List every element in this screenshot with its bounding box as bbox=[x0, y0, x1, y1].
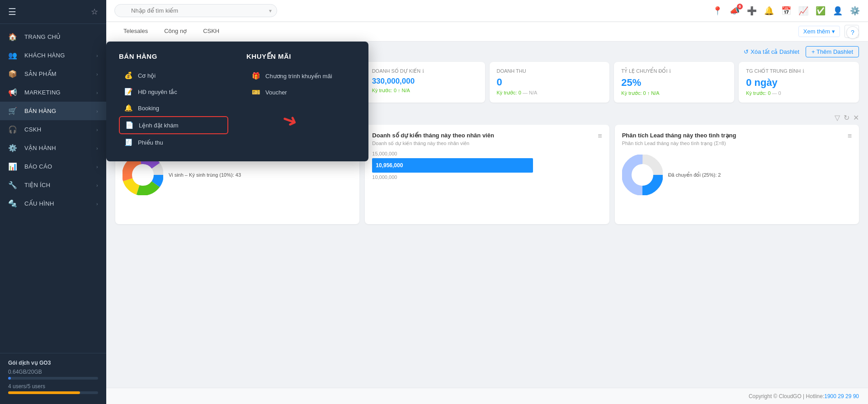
chart3-title: Phân tích Lead tháng này theo tình trạng bbox=[622, 132, 736, 139]
tab-telesales[interactable]: Telesales bbox=[115, 22, 156, 41]
chevron-down-icon: ▾ bbox=[832, 28, 835, 35]
refresh-dashlet-icon[interactable]: ↻ bbox=[844, 113, 849, 122]
dropdown-item-co-hoi[interactable]: 💰 Cơ hội bbox=[119, 67, 228, 84]
package-label: Gói dịch vụ GO3 bbox=[8, 360, 98, 366]
sidebar-label-marketing: MARKETING bbox=[24, 89, 61, 96]
sidebar-label-trang-chu: TRANG CHỦ bbox=[24, 33, 61, 40]
document-icon: 📄 bbox=[124, 121, 134, 129]
help-button[interactable]: ? bbox=[846, 26, 859, 39]
sidebar-item-van-hanh[interactable]: ⚙️ VẬN HÀNH › bbox=[0, 139, 106, 157]
stat-tg-chot-trung-binh: TG CHỐT TRUNG BÌNH ℹ 0 ngày Kỳ trước: 0 … bbox=[739, 62, 859, 103]
phieu-thu-label: Phiếu thu bbox=[138, 139, 163, 146]
dropdown-item-voucher[interactable]: 🎫 Voucher bbox=[246, 84, 356, 100]
sidebar-item-tien-ich[interactable]: 🔧 TIỆN ÍCH › bbox=[0, 176, 106, 194]
report-icon: 📊 bbox=[8, 162, 21, 171]
xoa-dashlet-button[interactable]: ↺ Xóa tất cả Dashlet bbox=[744, 46, 799, 57]
xem-them-label: Xem thêm bbox=[803, 28, 830, 35]
booking-icon: 🔔 bbox=[123, 104, 133, 112]
sidebar-label-cskh: CSKH bbox=[24, 126, 41, 133]
contract-icon: 📝 bbox=[123, 88, 133, 96]
sales-icon: 🛒 bbox=[8, 107, 21, 115]
support-icon: 🎧 bbox=[8, 125, 21, 134]
stat-doanh-thu-label: DOANH THU bbox=[497, 68, 603, 74]
footer: Copyright © CloudGO | Hotline: 1900 29 2… bbox=[106, 388, 868, 404]
dropdown-item-lenh-dat-kham[interactable]: 📄 Lệnh đặt khám bbox=[119, 116, 228, 134]
sidebar-item-san-pham[interactable]: 📦 SẢN PHẨM › bbox=[0, 65, 106, 83]
chevron-right-icon: › bbox=[96, 53, 98, 58]
sidebar-label-bao-cao: BÁO CÁO bbox=[24, 163, 52, 170]
chuong-trinh-khuyen-mai-label: Chương trình khuyến mãi bbox=[265, 73, 332, 80]
stat-doanh-so-du-kien-value: 330,000,000 bbox=[372, 77, 478, 86]
stat-ty-le-chuyen-doi-value: 25% bbox=[621, 77, 727, 89]
sidebar-item-trang-chu[interactable]: 🏠 TRANG CHỦ bbox=[0, 28, 106, 46]
notification-badge: 6 bbox=[737, 4, 743, 10]
chart1-legend: Vi sinh – Ký sinh trùng (10%): 43 bbox=[169, 172, 241, 178]
dropdown-arrow-icon: ▾ bbox=[269, 8, 272, 14]
chart3-subtitle: Phân tích Lead tháng này theo tình trạng… bbox=[622, 141, 736, 146]
chart-icon[interactable]: 📈 bbox=[798, 6, 808, 16]
sidebar-item-marketing[interactable]: 📢 MARKETING › bbox=[0, 83, 106, 102]
stat-tg-chot-trung-binh-prev: Kỳ trước: 0 — 0 bbox=[746, 90, 852, 96]
checkbox-icon[interactable]: ✅ bbox=[816, 6, 826, 16]
stat-tg-chot-trung-binh-label: TG CHỐT TRUNG BÌNH ℹ bbox=[746, 68, 852, 74]
chevron-right-icon: › bbox=[96, 127, 98, 132]
stat-doanh-so-du-kien-prev: Kỳ trước: 0 ↑ N/A bbox=[372, 88, 478, 94]
hd-nguyen-tac-label: HĐ nguyên tắc bbox=[138, 89, 177, 95]
gear-icon[interactable]: ⚙️ bbox=[850, 6, 860, 16]
khuyen-mai-col: KHUYẾN MÃI 🎁 Chương trình khuyến mãi 🎫 V… bbox=[246, 52, 356, 150]
hotline-link[interactable]: 1900 29 29 90 bbox=[824, 393, 859, 399]
sidebar-item-ban-hang[interactable]: 🛒 BÁN HÀNG › bbox=[0, 102, 106, 120]
sidebar-item-bao-cao[interactable]: 📊 BÁO CÁO › bbox=[0, 157, 106, 176]
close-dashlet-icon[interactable]: ✕ bbox=[853, 113, 859, 122]
hamburger-icon[interactable]: ☰ bbox=[8, 6, 16, 17]
chart3-legend: Đã chuyển đổi (25%): 2 bbox=[668, 172, 721, 178]
sidebar-label-van-hanh: VẬN HÀNH bbox=[24, 145, 56, 151]
chevron-right-icon: › bbox=[96, 146, 98, 151]
star-icon[interactable]: ☆ bbox=[91, 7, 98, 17]
dropdown-cols: BÁN HÀNG 💰 Cơ hội 📝 HĐ nguyên tắc 🔔 Book… bbox=[119, 52, 356, 150]
ban-hang-col-title: BÁN HÀNG bbox=[119, 52, 228, 60]
dropdown-item-chuong-trinh-khuyen-mai[interactable]: 🎁 Chương trình khuyến mãi bbox=[246, 68, 356, 84]
utility-icon: 🔧 bbox=[8, 181, 21, 189]
chart2-y-axis-top: 15,000,000 bbox=[372, 151, 602, 156]
user-icon[interactable]: 👤 bbox=[833, 6, 843, 16]
search-input[interactable] bbox=[114, 4, 277, 17]
stat-doanh-thu-prev: Kỳ trước: 0 — N/A bbox=[497, 90, 603, 96]
stat-ty-le-chuyen-doi-prev: Kỳ trước: 0 ↑ N/A bbox=[621, 90, 727, 96]
ban-hang-col: BÁN HÀNG 💰 Cơ hội 📝 HĐ nguyên tắc 🔔 Book… bbox=[119, 52, 228, 150]
dropdown-item-phieu-thu[interactable]: 🧾 Phiếu thu bbox=[119, 134, 228, 150]
megaphone-icon[interactable]: 📣 6 bbox=[730, 6, 740, 16]
xem-them-button[interactable]: Xem thêm ▾ bbox=[798, 26, 840, 37]
calendar-icon[interactable]: 📅 bbox=[781, 6, 791, 16]
sidebar-item-cskh[interactable]: 🎧 CSKH › bbox=[0, 120, 106, 139]
chart-doanh-so: Doanh số dự kiến tháng này theo nhân viê… bbox=[365, 125, 609, 224]
them-label: + Thêm Dashlet bbox=[811, 48, 853, 55]
tab-cskh[interactable]: CSKH bbox=[195, 22, 227, 41]
sidebar-label-tien-ich: TIỆN ÍCH bbox=[24, 182, 50, 188]
sidebar-label-san-pham: SẢN PHẨM bbox=[24, 70, 57, 77]
sidebar-item-khach-hang[interactable]: 👥 KHÁCH HÀNG › bbox=[0, 46, 106, 65]
chart2-y-axis-bottom: 10,000,000 bbox=[372, 174, 602, 180]
dropdown-item-booking[interactable]: 🔔 Booking bbox=[119, 100, 228, 116]
chart2-menu-icon[interactable]: ≡ bbox=[598, 132, 602, 140]
voucher-label: Voucher bbox=[265, 89, 287, 96]
sidebar-item-cau-hinh[interactable]: 🔩 CẤU HÌNH › bbox=[0, 194, 106, 213]
users-label: 4 users/5 users bbox=[8, 383, 98, 390]
chart2-title: Doanh số dự kiến tháng này theo nhân viê… bbox=[372, 132, 494, 139]
storage-progress-wrap bbox=[8, 377, 98, 380]
chart3-menu-icon[interactable]: ≡ bbox=[848, 132, 852, 140]
add-icon[interactable]: ➕ bbox=[747, 6, 757, 16]
chevron-right-icon: › bbox=[96, 201, 98, 207]
dropdown-item-hd-nguyen-tac[interactable]: 📝 HĐ nguyên tắc bbox=[119, 84, 228, 100]
tab-cong-no[interactable]: Công nợ bbox=[156, 22, 195, 41]
config-icon: 🔩 bbox=[8, 199, 21, 208]
stat-ty-le-chuyen-doi-label: TỶ LỆ CHUYỂN ĐỔI ℹ bbox=[621, 68, 727, 74]
booking-label: Booking bbox=[138, 105, 159, 112]
them-dashlet-button[interactable]: + Thêm Dashlet bbox=[806, 46, 859, 57]
location-icon[interactable]: 📍 bbox=[712, 6, 722, 16]
sidebar-footer: Gói dịch vụ GO3 0.64GB/20GB 4 users/5 us… bbox=[0, 353, 106, 404]
copyright-text: Copyright © CloudGO | Hotline: bbox=[749, 393, 824, 399]
bell-icon[interactable]: 🔔 bbox=[764, 6, 774, 16]
scroll-down-icon[interactable]: ▽ bbox=[835, 113, 840, 122]
sidebar-nav: 🏠 TRANG CHỦ 👥 KHÁCH HÀNG › 📦 SẢN PHẨM › … bbox=[0, 24, 106, 353]
